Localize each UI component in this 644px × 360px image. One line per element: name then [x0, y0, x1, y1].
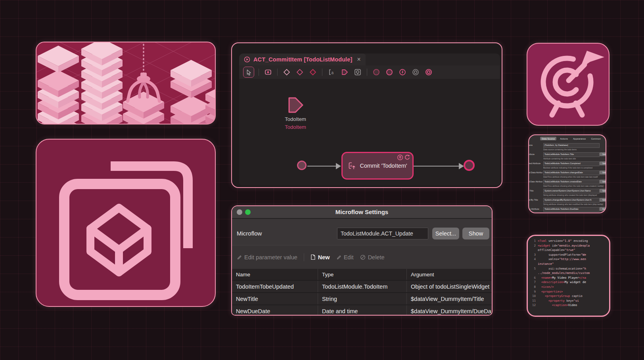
code-text: instance"	[538, 262, 554, 266]
property-value-field[interactable]: TodoListModule.TodoItem.Completed	[543, 161, 600, 166]
new-button[interactable]: New	[310, 254, 330, 260]
toolbar-separator	[304, 253, 304, 261]
code-text: <properties>	[538, 289, 563, 294]
sequence-flow-arrowhead	[459, 163, 464, 169]
property-select-button[interactable]: Select	[600, 189, 606, 193]
table-header-row: Name Type Argument	[232, 269, 492, 280]
continue-event-icon[interactable]	[411, 67, 420, 77]
commit-activity-node[interactable]: e Commit 'TodoItem'	[341, 152, 414, 180]
line-number	[531, 248, 536, 253]
tab-appearance[interactable]: Appearance	[571, 137, 587, 140]
tab-common[interactable]: Common	[589, 137, 602, 140]
tab-actions[interactable]: Actions	[558, 137, 569, 140]
commit-up-icon	[397, 154, 403, 161]
dialog-upper-section: Microflow Select... Show Edit parameter …	[232, 219, 492, 269]
decision-light-icon[interactable]	[282, 67, 291, 77]
toolbar-item-label: Edit	[344, 254, 354, 260]
code-line: 3 supportedPlatform="We	[531, 253, 608, 257]
table-row[interactable]: NewTitle String $dataView_DummyItem/Titl…	[232, 293, 492, 304]
error-event-icon[interactable]	[398, 67, 407, 77]
close-icon[interactable]: ×	[357, 56, 360, 63]
end-event-icon[interactable]	[385, 67, 394, 77]
property-select-button[interactable]: Select	[600, 161, 606, 165]
activity-badges	[397, 154, 410, 161]
microflow-canvas[interactable]: TodoItem TodoItem e Commit 'TodoItem'	[239, 79, 500, 186]
tab-data-source[interactable]: Data Source	[540, 137, 556, 140]
property-help-text: DateTime attribute showing when the todo…	[543, 185, 606, 187]
property-select-button[interactable]: Select	[600, 170, 606, 174]
tab-appearance-2[interactable]: Appearan	[604, 137, 606, 140]
table-row[interactable]: NewDueDate Date and time $dataView_Dummy…	[232, 305, 492, 316]
edit-button[interactable]: Edit	[336, 254, 354, 260]
property-value-field[interactable]: System.changedBy/System.User/System.User…	[543, 198, 600, 203]
show-button[interactable]: Show	[462, 228, 489, 239]
end-event-node[interactable]	[464, 160, 475, 171]
table-row[interactable]: TodoItemTobeUpdated TodoListModule.TodoI…	[232, 281, 492, 292]
document-tab[interactable]: ACT_CommitItem [TodoListModule] ×	[239, 54, 366, 65]
property-value-field[interactable]: TodoListModule.TodoItem.Title	[543, 152, 600, 157]
delete-button[interactable]: Delete	[360, 254, 385, 260]
property-label: le Attribute	[528, 153, 542, 155]
line-number: 2	[531, 243, 536, 248]
layer-stack-right	[171, 60, 212, 124]
property-select-button[interactable]: Select	[600, 207, 606, 211]
refresh-icon	[404, 154, 410, 161]
property-help-text: String attribute showing who last modifi…	[543, 203, 606, 205]
break-event-icon[interactable]	[424, 67, 433, 77]
pencil-icon	[237, 255, 242, 260]
widget-copy-cube-icon	[36, 140, 215, 306]
line-number: 3	[531, 253, 536, 257]
property-help-text: String attribute showing who created the…	[543, 194, 606, 196]
dialog-title: Microflow Settings	[232, 206, 492, 218]
property-label: do Items	[528, 144, 542, 146]
line-number: 4	[531, 257, 536, 262]
microflow-input[interactable]	[337, 228, 428, 239]
parameter-shape[interactable]	[288, 97, 303, 113]
region-icon[interactable]	[263, 67, 273, 77]
toolbar-item-label: Delete	[368, 254, 385, 260]
annotation-icon[interactable]: a	[327, 67, 336, 77]
sequence-flow	[307, 166, 336, 167]
property-value-field[interactable]: TodoListModule.TodoItem.changedDate	[543, 170, 600, 175]
property-row: do Items[TodoItem, by Database]Data sour…	[528, 143, 606, 151]
select-tool-icon[interactable]	[243, 67, 254, 78]
code-line: 7 <description>My widget de	[531, 280, 608, 285]
property-label: anged Data Attribute	[528, 171, 542, 174]
start-event-node[interactable]	[297, 161, 307, 170]
editor-toolbar: a	[239, 65, 500, 79]
property-value-field[interactable]: [TodoItem, by Database]	[543, 143, 600, 148]
select-button[interactable]: Select...	[432, 228, 459, 239]
code-text: supportedPlatform="We	[538, 253, 586, 257]
decision-dark-icon[interactable]	[308, 67, 318, 77]
property-value-field[interactable]: TodoListModule.TodoItem.DueDate	[543, 207, 600, 212]
property-select-button[interactable]: Select	[600, 180, 606, 184]
properties-tab-bar: Data SourceActionsAppearanceCommonAppear…	[540, 137, 606, 140]
property-help-text: Attribute containing the todo item title	[543, 157, 606, 160]
code-text: xsi:schemaLocation="h	[538, 266, 586, 271]
loop-call-icon[interactable]	[353, 67, 362, 77]
property-select-button[interactable]: Select	[600, 198, 606, 202]
line-number: 1	[531, 239, 536, 243]
property-help-text: Data source containing the todo items	[543, 148, 606, 151]
code-lines: 1<?xml version="1.0" encoding2<widget id…	[531, 239, 608, 314]
code-line: 1<?xml version="1.0" encoding	[531, 239, 608, 243]
toolbar-item-label: Edit parameter value	[244, 254, 297, 260]
code-text: xmlns="http://www.men	[538, 257, 586, 262]
edit-parameter-value-button[interactable]: Edit parameter value	[237, 254, 297, 260]
toolbar-separator	[367, 69, 367, 76]
property-row: anged By TitleSystem.changedBy/System.Us…	[528, 198, 606, 206]
start-event-icon[interactable]	[372, 67, 381, 77]
parameter-icon[interactable]	[340, 67, 349, 77]
properties-rows: do Items[TodoItem, by Database]Data sour…	[528, 143, 606, 213]
cell-name: NewTitle	[232, 296, 318, 302]
activity-label: Commit 'TodoItem'	[360, 163, 407, 169]
target-arrow-icon	[527, 44, 609, 125]
target-icon-card	[527, 43, 610, 126]
property-value-field[interactable]: System.owner/System.User/System.User.Nam…	[543, 189, 600, 193]
dialog-titlebar[interactable]: Microflow Settings	[232, 206, 492, 219]
layer-stack-left	[38, 46, 79, 124]
property-value-field[interactable]: TodoListModule.TodoItem.createdDate	[543, 180, 600, 184]
property-select-button[interactable]: Select	[600, 152, 606, 156]
cell-type: String	[318, 293, 406, 304]
decision-mid-icon[interactable]	[295, 67, 305, 77]
